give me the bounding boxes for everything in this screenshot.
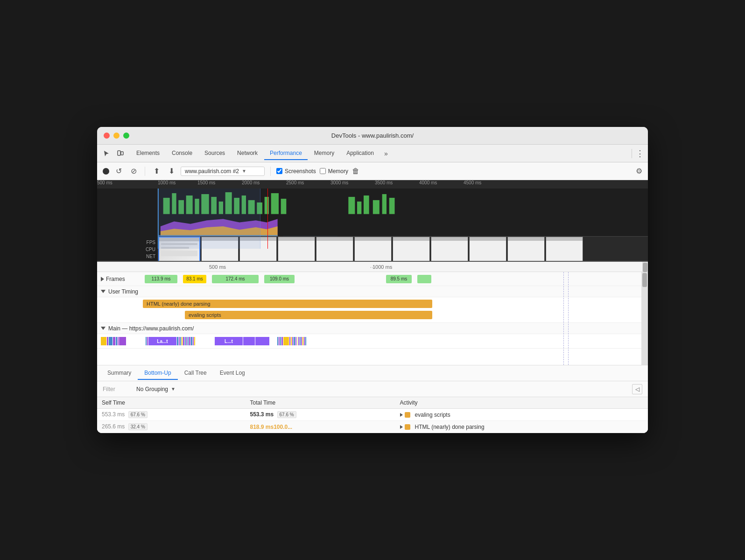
tab-call-tree[interactable]: Call Tree [178, 367, 213, 380]
mini-bar-purple-7 [183, 337, 184, 345]
tab-sources[interactable]: Sources [199, 147, 231, 160]
mini-bar-blue-13 [305, 337, 306, 345]
tab-network[interactable]: Network [232, 147, 263, 160]
col-total-time[interactable]: Total Time [245, 397, 395, 409]
mini-bar-yellow-1 [101, 337, 106, 345]
table-header-row: Self Time Total Time Activity [97, 397, 648, 409]
self-time-cell-1: 553.3 ms 67.6 % [97, 409, 245, 421]
col-self-time[interactable]: Self Time [97, 397, 245, 409]
recording-select[interactable]: www.paulirish.com #2 ▼ [181, 167, 265, 176]
toolbar: ↺ ⊘ ⬆ ⬇ www.paulirish.com #2 ▼ Screensho… [97, 162, 648, 180]
activity-expand-1[interactable]: evaling scripts [400, 412, 450, 418]
self-pct-badge-1: 67.6 % [128, 411, 148, 418]
dashed-line-1 [563, 272, 564, 365]
col-activity[interactable]: Activity [395, 397, 648, 409]
frame-bar-2[interactable]: 83.1 ms [183, 275, 206, 283]
bottom-panel: Summary Bottom-Up Call Tree Event Log Fi… [97, 365, 648, 433]
tab-console[interactable]: Console [166, 147, 198, 160]
reload-button[interactable]: ↺ [113, 166, 124, 177]
nav-bar: Elements Console Sources Network Perform… [97, 145, 648, 162]
mini-bar-purple-4 [119, 337, 126, 345]
window-title: DevTools - www.paulirish.com/ [331, 132, 414, 139]
tab-performance[interactable]: Performance [264, 147, 308, 160]
tab-bottom-up[interactable]: Bottom-Up [138, 367, 177, 380]
settings-button[interactable]: ⚙ [636, 167, 642, 175]
timeline-chart-area[interactable] [158, 189, 648, 262]
screenshot-thumb-9[interactable] [469, 237, 506, 262]
main-bar-lt-2[interactable]: L...t [215, 337, 243, 345]
clear-button[interactable]: ⊘ [128, 166, 139, 177]
screenshot-thumb-10[interactable] [507, 237, 545, 262]
screenshot-thumb-7[interactable] [393, 237, 430, 262]
svg-rect-23 [389, 198, 395, 214]
download-button[interactable]: ⬇ [166, 166, 177, 177]
timing-bar-eval-bar[interactable]: evaling scripts [185, 311, 432, 319]
maximize-button[interactable] [123, 133, 129, 139]
close-button[interactable] [104, 133, 110, 139]
tab-event-log[interactable]: Event Log [213, 367, 252, 380]
select-tool-button[interactable] [101, 148, 112, 159]
screenshot-thumb-11[interactable] [546, 237, 583, 262]
toolbar-separator-2 [270, 167, 271, 176]
mini-bar-purple-18 [304, 337, 305, 345]
mini-bar-purple-17 [301, 337, 302, 345]
screenshots-checkbox[interactable] [276, 168, 282, 174]
frame-bar-5[interactable]: 89.5 ms [386, 275, 412, 283]
frame-bar-3[interactable]: 172.4 ms [212, 275, 259, 283]
frame-bar-1[interactable]: 113.9 ms [145, 275, 177, 283]
mini-bar-purple-8 [186, 337, 187, 345]
collapse-filter-button[interactable]: ◁ [632, 384, 642, 394]
recording-value: www.paulirish.com #2 [185, 168, 239, 175]
scrollbar-track[interactable] [642, 262, 648, 272]
mini-bar-yellow-6 [302, 337, 303, 345]
svg-rect-16 [271, 193, 279, 214]
flame-scrollbar[interactable] [641, 272, 648, 365]
scrollbar-thumb[interactable] [643, 263, 647, 272]
nav-menu-button[interactable]: ⋮ [636, 148, 644, 159]
timeline-tracks: FPS CPU NET [97, 189, 648, 262]
screenshot-thumb-6[interactable] [354, 237, 392, 262]
screenshot-thumb-4[interactable] [278, 237, 315, 262]
main-section-collapse-icon[interactable] [101, 327, 105, 330]
mini-bar-blue-1 [109, 337, 112, 345]
device-toolbar-button[interactable] [115, 148, 126, 159]
memory-checkbox-label[interactable]: Memory [320, 168, 348, 175]
screenshots-checkbox-label[interactable]: Screenshots [276, 168, 316, 175]
tick-4000ms: 4000 ms [419, 180, 437, 185]
total-time-cell-1: 553.3 ms 67.6 % [245, 409, 395, 421]
frames-expand-icon[interactable] [101, 277, 104, 281]
filter-bar: Filter No Grouping ▼ ◁ [97, 381, 648, 397]
upload-button[interactable]: ⬆ [151, 166, 162, 177]
activity-label-2: HTML (nearly) done parsing [415, 424, 485, 430]
record-button[interactable] [103, 168, 109, 175]
total-pct-badge-1: 67.6 % [277, 411, 296, 418]
mini-bar-purple-6 [179, 337, 180, 345]
frame-bar-4[interactable]: 109.0 ms [264, 275, 295, 283]
main-section-header[interactable]: Main — https://www.paulirish.com/ [97, 323, 648, 334]
activity-expand-2[interactable]: HTML (nearly) done parsing [400, 424, 485, 430]
mini-bar-yellow-3 [194, 337, 195, 345]
tab-application[interactable]: Application [341, 147, 380, 160]
tab-summary[interactable]: Summary [101, 367, 138, 380]
tab-memory[interactable]: Memory [309, 147, 340, 160]
user-timing-header[interactable]: User Timing [97, 286, 648, 297]
flame-scrollbar-thumb[interactable] [642, 273, 647, 287]
minimize-button[interactable] [113, 133, 119, 139]
trash-button[interactable]: 🗑 [352, 167, 359, 175]
grouping-select[interactable]: No Grouping ▼ [136, 386, 176, 392]
more-tabs-button[interactable]: » [380, 150, 392, 157]
memory-checkbox[interactable] [320, 168, 326, 174]
mini-bar-yellow-5 [291, 337, 292, 345]
screenshot-thumb-8[interactable] [431, 237, 468, 262]
frame-bar-6[interactable] [417, 275, 431, 283]
mini-bar-purple-9 [189, 337, 190, 345]
user-timing-collapse-icon[interactable] [101, 290, 105, 293]
tab-elements[interactable]: Elements [131, 147, 165, 160]
main-bar-lat-1[interactable]: La...t [148, 337, 176, 345]
mini-bar-beige-1 [297, 337, 298, 345]
mini-bar-purple-3 [118, 337, 119, 345]
mini-bar-purple-12 [281, 337, 283, 345]
screenshot-thumb-5[interactable] [316, 237, 353, 262]
timing-bar-html-bar[interactable]: HTML (nearly) done parsing [143, 300, 432, 308]
time-marker [267, 189, 268, 249]
